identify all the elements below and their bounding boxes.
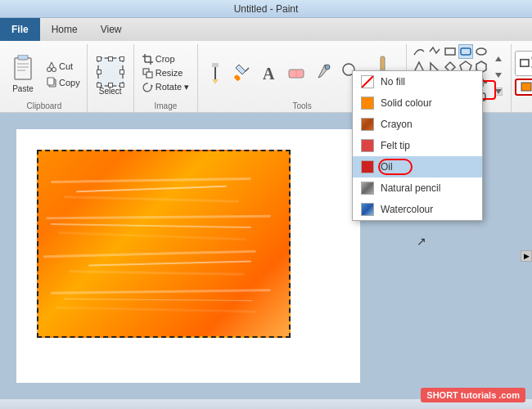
color-picker-tool[interactable] <box>311 48 336 97</box>
svg-rect-54 <box>521 60 529 66</box>
fill-tool[interactable] <box>230 48 255 97</box>
tab-view[interactable]: View <box>89 18 133 41</box>
tab-file[interactable]: File <box>0 18 40 41</box>
crop-button[interactable]: Crop <box>139 52 192 66</box>
rotate-icon <box>142 82 153 92</box>
clipboard-label: Clipboard <box>5 101 83 112</box>
select-inner: Select <box>92 44 128 110</box>
scissors-icon <box>47 61 56 72</box>
svg-rect-1 <box>18 55 28 60</box>
shapes-more[interactable] <box>491 84 506 99</box>
crayon-swatch <box>361 118 374 131</box>
svg-text:A: A <box>263 65 275 83</box>
solid-swatch <box>361 97 374 110</box>
dropdown-item-pencil[interactable]: Natural pencil <box>353 178 482 199</box>
title-bar: Untitled - Paint <box>0 0 532 18</box>
svg-rect-0 <box>15 58 31 79</box>
pencil-label: Natural pencil <box>381 182 440 194</box>
scroll-right-icon: ▶ <box>524 252 530 260</box>
text-icon: A <box>256 60 282 86</box>
fill-button[interactable]: Fill ▾ <box>515 79 532 96</box>
shape-rect[interactable] <box>443 44 458 59</box>
paste-button[interactable]: Paste <box>5 50 41 99</box>
painted-rectangle[interactable] <box>37 150 291 338</box>
felttip-label: Felt tip <box>381 140 410 151</box>
paste-icon <box>10 56 36 83</box>
image-inner: Crop Resize Rotate ▾ <box>139 44 192 101</box>
select-button[interactable]: Select <box>92 53 128 102</box>
svg-rect-55 <box>521 83 531 91</box>
shapes-scroll-down[interactable] <box>491 68 506 83</box>
no-fill-label: No fill <box>381 76 405 88</box>
svg-point-25 <box>325 65 330 70</box>
text-tool[interactable]: A <box>257 48 282 97</box>
pencil-swatch <box>361 182 374 195</box>
svg-rect-20 <box>212 63 219 67</box>
shape-zigzag[interactable] <box>427 44 442 59</box>
dropdown-item-nofill[interactable]: No fill <box>353 71 482 92</box>
pencil-icon <box>202 60 228 86</box>
cut-button[interactable]: Cut <box>43 59 83 74</box>
select-group-label <box>92 110 128 112</box>
dropdown-item-solid[interactable]: Solid colour <box>353 92 482 114</box>
shape-ellipse[interactable] <box>474 44 489 59</box>
shape-rect-rounded[interactable] <box>458 44 473 59</box>
clipboard-group: Paste Cut <box>2 44 88 112</box>
dropdown-item-felttip[interactable]: Felt tip <box>353 135 482 156</box>
tab-home[interactable]: Home <box>40 18 89 41</box>
svg-marker-51 <box>495 73 502 78</box>
fill-dropdown-menu[interactable]: No fill Solid colour Crayon Felt tip Oil… <box>352 70 483 221</box>
title-text: Untitled - Paint <box>234 3 299 15</box>
image-group: Crop Resize Rotate ▾ Image <box>134 44 198 112</box>
branding: SHORT tutorials .com <box>421 388 525 402</box>
cut-copy-col: Cut Copy <box>43 59 83 90</box>
svg-line-8 <box>52 62 54 68</box>
branding-text: SHORT tutorials .com <box>426 390 520 400</box>
tab-bar: File Home View <box>0 18 532 41</box>
canvas[interactable] <box>16 129 360 383</box>
shape-curve[interactable] <box>412 44 426 59</box>
watercolour-swatch <box>361 203 374 216</box>
svg-rect-4 <box>17 70 25 71</box>
pencil-tool[interactable] <box>203 48 228 97</box>
copy-icon <box>47 77 56 88</box>
svg-point-6 <box>52 68 56 72</box>
resize-icon <box>142 68 153 79</box>
fill-icon <box>521 82 532 92</box>
scroll-right[interactable]: ▶ <box>521 250 532 262</box>
svg-point-5 <box>47 68 52 72</box>
svg-rect-3 <box>17 66 29 68</box>
dropdown-item-watercolour[interactable]: Watercolour <box>353 199 482 220</box>
outline-button[interactable]: Outline ▾ <box>515 51 532 76</box>
svg-rect-16 <box>147 72 152 78</box>
svg-rect-10 <box>47 78 54 85</box>
dropdown-item-crayon[interactable]: Crayon <box>353 114 482 135</box>
resize-button[interactable]: Resize <box>139 66 192 80</box>
svg-line-21 <box>246 68 249 71</box>
crayon-label: Crayon <box>381 119 413 130</box>
crop-label: Crop <box>156 54 175 64</box>
cursor-indicator: ↗ <box>417 235 426 248</box>
select-label: Select <box>99 87 122 96</box>
solid-label: Solid colour <box>381 97 432 109</box>
select-dashed <box>97 57 124 87</box>
eraser-icon <box>283 60 309 86</box>
svg-point-33 <box>476 48 486 55</box>
resize-label: Resize <box>156 68 183 78</box>
select-icon <box>97 59 124 85</box>
dropdown-item-oil[interactable]: Oil ↗ <box>353 156 482 178</box>
copy-button[interactable]: Copy <box>43 75 83 90</box>
watercolour-label: Watercolour <box>381 204 433 215</box>
svg-line-7 <box>49 62 52 68</box>
felttip-swatch <box>361 139 374 152</box>
outline-fill-group: Outline ▾ Fill ▾ Size <box>512 44 532 112</box>
svg-marker-50 <box>495 56 502 61</box>
eraser-tool[interactable] <box>284 48 309 97</box>
cut-label: Cut <box>59 61 73 71</box>
clipboard-inner: Paste Cut <box>5 44 83 101</box>
svg-marker-19 <box>212 79 219 84</box>
image-group-label: Image <box>139 101 192 112</box>
rotate-button[interactable]: Rotate ▾ <box>139 80 192 94</box>
shapes-scroll-up[interactable] <box>491 52 506 66</box>
svg-rect-31 <box>445 48 455 55</box>
